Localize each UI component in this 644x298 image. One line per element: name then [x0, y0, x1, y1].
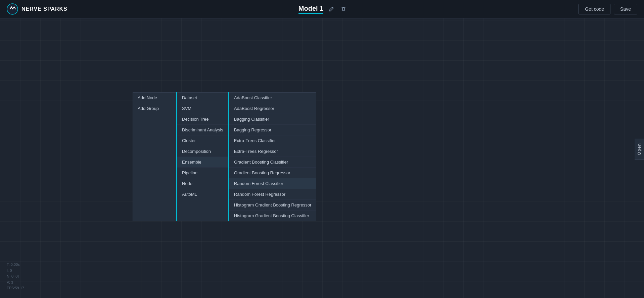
stat-t: T: 0.00s: [7, 262, 24, 268]
logo-icon: [7, 3, 18, 15]
stat-v: V: 3: [7, 280, 24, 286]
menu-item-bagging-classifier[interactable]: Bagging Classifier: [229, 114, 316, 125]
menu-item-pipeline[interactable]: Pipeline: [177, 168, 228, 178]
menu-item-histogram-gradient-boosting-classifier[interactable]: Histogram Gradient Boosting Classifier: [229, 211, 316, 221]
get-code-button[interactable]: Get code: [579, 4, 610, 14]
menu-item-random-forest-regressor[interactable]: Random Forest Regressor: [229, 189, 316, 200]
menu-item-bagging-regressor[interactable]: Bagging Regressor: [229, 125, 316, 135]
menu-item-decision-tree[interactable]: Decision Tree: [177, 114, 228, 125]
header-actions: Get code Save: [579, 4, 637, 14]
menu-item-ensemble[interactable]: Ensemble: [177, 157, 228, 168]
stat-i: I: 0: [7, 268, 24, 274]
app-logo-text: NERVE SPARKS: [21, 6, 67, 12]
menu-item-adaboost-classifier[interactable]: AdaBoost Classifier: [229, 93, 316, 103]
context-menu: Add Node Add Group Dataset SVM Decision …: [133, 92, 316, 221]
menu-item-dataset[interactable]: Dataset: [177, 93, 228, 103]
save-button[interactable]: Save: [614, 4, 637, 14]
menu-col-2: Dataset SVM Decision Tree Discriminant A…: [177, 92, 228, 221]
menu-col-3: AdaBoost Classifier AdaBoost Regressor B…: [229, 92, 317, 221]
stat-fps: FPS:59.17: [7, 285, 24, 291]
menu-item-adaboost-regressor[interactable]: AdaBoost Regressor: [229, 103, 316, 114]
menu-item-decomposition[interactable]: Decomposition: [177, 146, 228, 157]
menu-item-automl[interactable]: AutoML: [177, 189, 228, 199]
menu-col-1: Add Node Add Group: [133, 92, 176, 221]
menu-item-histogram-gradient-boosting-regressor[interactable]: Histogram Gradient Boosting Regressor: [229, 200, 316, 211]
menu-item-extra-trees-regressor[interactable]: Extra-Trees Regressor: [229, 146, 316, 157]
menu-item-svm[interactable]: SVM: [177, 103, 228, 114]
stat-n: N: 0 [0]: [7, 274, 24, 280]
logo-area: NERVE SPARKS: [7, 3, 67, 15]
model-title: Model 1: [298, 5, 323, 14]
stats-panel: T: 0.00s I: 0 N: 0 [0] V: 3 FPS:59.17: [7, 262, 24, 291]
menu-item-gradient-boosting-regressor[interactable]: Gradient Boosting Regressor: [229, 168, 316, 178]
menu-item-random-forest-classifier[interactable]: Random Forest Classifier: [229, 178, 316, 189]
menu-item-cluster[interactable]: Cluster: [177, 135, 228, 146]
edit-model-button[interactable]: [327, 5, 335, 13]
header-center: Model 1: [298, 5, 348, 14]
delete-model-button[interactable]: [339, 5, 348, 13]
menu-item-add-group[interactable]: Add Group: [133, 103, 176, 114]
open-sidebar-tab[interactable]: Open: [635, 139, 644, 160]
header: NERVE SPARKS Model 1 Get code Save: [0, 0, 644, 18]
menu-item-node[interactable]: Node: [177, 178, 228, 189]
menu-item-discriminant-analysis[interactable]: Discriminant Analysis: [177, 125, 228, 135]
menu-item-add-node[interactable]: Add Node: [133, 93, 176, 103]
menu-item-extra-trees-classifier[interactable]: Extra-Trees Classifier: [229, 135, 316, 146]
menu-item-gradient-boosting-classifier[interactable]: Gradient Boosting Classifier: [229, 157, 316, 168]
